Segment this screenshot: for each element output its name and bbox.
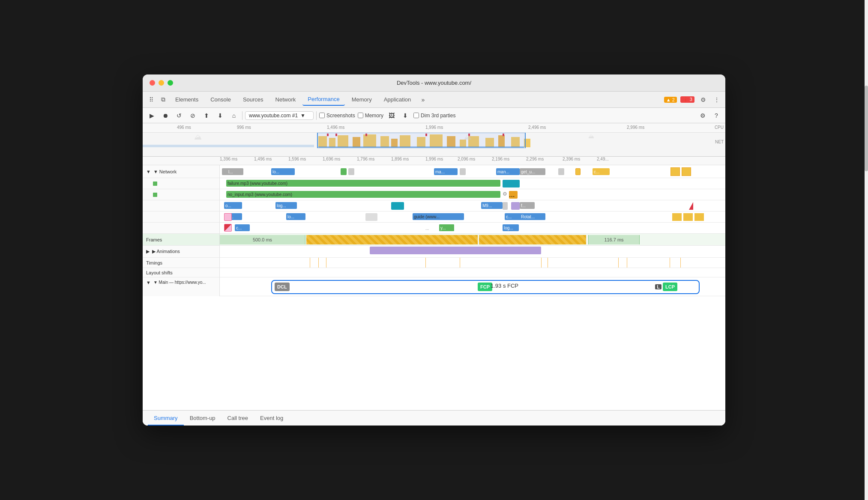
tab-console[interactable]: Console — [205, 94, 236, 105]
tab-application[interactable]: Application — [379, 94, 416, 105]
net-orange-1[interactable]: ... — [509, 191, 518, 199]
url-selector[interactable]: www.youtube.com #1 ▼ — [245, 111, 314, 120]
tab-sources[interactable]: Sources — [238, 94, 269, 105]
tab-more-icon[interactable]: » — [418, 95, 428, 105]
net-item-small-3[interactable] — [460, 168, 466, 175]
failure-mp3-bar[interactable]: failure.mp3 (www.youtube.com) — [226, 180, 500, 187]
upload-button[interactable]: ⬆ — [201, 110, 212, 121]
close-button[interactable] — [150, 80, 155, 86]
overview-area[interactable]: 496 ms 996 ms 1,496 ms 1,996 ms 2,496 ms… — [143, 123, 725, 157]
tab-network[interactable]: Network — [270, 94, 301, 105]
net-y3[interactable] — [694, 213, 704, 221]
timing-tick-10 — [670, 258, 670, 268]
help-icon[interactable]: ? — [711, 110, 722, 121]
dim-3rd-label: Dim 3rd parties — [421, 113, 455, 119]
tab-event-log[interactable]: Event log — [254, 411, 289, 426]
tab-bottom-up[interactable]: Bottom-up — [184, 411, 221, 426]
net-pink-1[interactable] — [224, 213, 232, 221]
net-lo[interactable]: lo... — [286, 213, 305, 220]
main-label[interactable]: ▼ ▼ Main — https://www.yo... — [143, 277, 220, 296]
network-collapse-icon[interactable]: ▼ — [146, 169, 151, 174]
layout-shifts-label-text: Layout shifts — [146, 270, 173, 275]
screenshot-icon[interactable]: 🖼 — [386, 110, 397, 121]
tab-summary[interactable]: Summary — [148, 411, 184, 426]
memory-checkbox[interactable] — [358, 113, 363, 118]
record-button[interactable]: ⏺ — [160, 110, 171, 121]
refresh-button[interactable]: ↺ — [174, 110, 185, 121]
net-teal-2[interactable] — [391, 202, 404, 210]
net-purple-1[interactable] — [511, 202, 520, 210]
net-rotat[interactable]: Rotat... — [520, 213, 545, 220]
lcp-group: L LCP — [655, 283, 677, 291]
timing-tick-8 — [618, 258, 619, 268]
frame-block-2: 116.7 ms — [588, 235, 640, 244]
ruler-1896: 1,896 ms — [391, 157, 409, 161]
clear-button[interactable]: ⊘ — [187, 110, 198, 121]
net-item-getu[interactable]: get_u... — [520, 168, 545, 175]
animations-expand-icon[interactable]: ▶ — [146, 249, 150, 254]
main-expand-icon[interactable]: ▼ — [146, 280, 151, 285]
net-item-yellow[interactable] — [575, 168, 581, 175]
net-item-c[interactable]: c... — [593, 168, 610, 175]
settings-icon[interactable]: ⚙ — [698, 95, 708, 105]
net-f[interactable]: f... — [520, 202, 535, 209]
net-item-2[interactable]: lo... — [271, 168, 295, 175]
net-teal-1[interactable] — [503, 180, 520, 188]
net-item-man[interactable]: man... — [496, 168, 520, 175]
minimize-button[interactable] — [159, 80, 164, 86]
ruler-1796: 1,796 ms — [357, 157, 374, 161]
download-button[interactable]: ⬇ — [215, 110, 226, 121]
net-item-small-2[interactable] — [348, 168, 354, 175]
net-item-ma[interactable]: ma... — [434, 168, 458, 175]
animations-label[interactable]: ▶ ▶ Animations — [143, 246, 220, 257]
net-right-2[interactable] — [682, 167, 691, 176]
tab-inspect-icon[interactable]: ⧉ — [158, 95, 168, 105]
tab-call-tree[interactable]: Call tree — [221, 411, 254, 426]
track-area: ▼ ▼ Network l... lo... ma... man... get_… — [143, 165, 725, 410]
net-gray-1[interactable] — [503, 202, 508, 210]
noinput-mp3-bar[interactable]: no_input.mp3 (www.youtube.com) — [226, 191, 500, 198]
dim-3rd-checkbox[interactable] — [413, 113, 419, 118]
net-pink-2[interactable] — [224, 224, 232, 232]
screenshots-label: Screenshots — [326, 113, 355, 119]
tab-elements[interactable]: Elements — [170, 94, 204, 105]
home-button[interactable]: ⌂ — [228, 110, 239, 121]
network-label-text: ▼ Network — [153, 169, 177, 174]
net-right-1[interactable] — [670, 167, 680, 176]
animation-block-1 — [370, 247, 541, 254]
net-item-small-4[interactable] — [558, 168, 564, 175]
timeline-ruler-row: 1,396 ms 1,496 ms 1,596 ms 1,696 ms 1,79… — [143, 157, 725, 165]
net-log2[interactable]: log... — [503, 224, 519, 231]
net-log[interactable]: log... — [275, 202, 297, 209]
network-track-label[interactable]: ▼ ▼ Network — [143, 165, 220, 178]
screenshots-checkbox[interactable] — [319, 113, 325, 118]
tab-memory[interactable]: Memory — [347, 94, 377, 105]
cpu-chart — [143, 133, 725, 148]
lcp-badge: LCP — [663, 283, 677, 291]
net-label: NET — [715, 140, 724, 144]
frame-block-1: 500.0 ms — [220, 235, 305, 244]
net-c3[interactable]: c... — [235, 224, 250, 231]
settings-gear-icon[interactable]: ⚙ — [697, 110, 708, 121]
net-guide[interactable]: guide (www... — [413, 213, 464, 220]
net-item-1[interactable]: l... — [222, 168, 243, 175]
sidebar-toggle-button[interactable]: ▶ — [146, 110, 157, 121]
toolbar-right: ⚙ ? — [697, 110, 722, 121]
tab-performance[interactable]: Performance — [302, 93, 344, 106]
net-y[interactable]: y... — [439, 224, 454, 231]
net-m9[interactable]: M9... — [481, 202, 503, 209]
net-gray-2[interactable] — [365, 213, 377, 221]
net-c2[interactable]: c... — [505, 213, 521, 220]
net-o[interactable]: o... — [224, 202, 242, 209]
maximize-button[interactable] — [168, 80, 173, 86]
net-y2[interactable] — [683, 213, 693, 221]
net-y1[interactable] — [672, 213, 682, 221]
more-options-icon[interactable]: ⋮ — [712, 95, 722, 105]
net-item-small-1[interactable] — [341, 168, 347, 175]
overview-ruler-996: 996 ms — [237, 125, 251, 130]
misc3-content: c... ... 4... y... log... — [220, 223, 725, 233]
tab-cursor-icon[interactable]: ⠿ — [146, 95, 156, 105]
memory-down-icon[interactable]: ⬇ — [400, 110, 411, 121]
ruler-2296: 2,296 ms — [526, 157, 544, 161]
window-title: DevTools - www.youtube.com/ — [397, 80, 471, 86]
